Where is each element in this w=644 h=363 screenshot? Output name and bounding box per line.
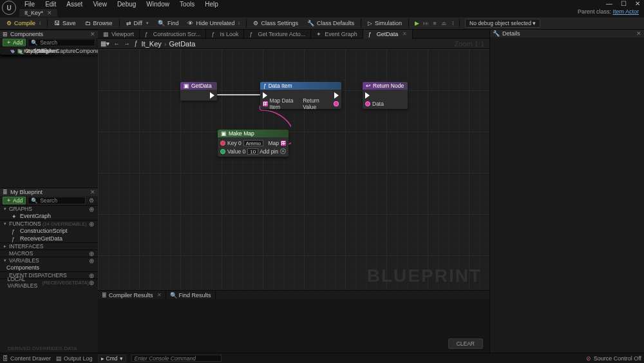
crumb-root[interactable]: It_Key — [142, 40, 162, 48]
tab-find-results[interactable]: 🔍Find Results — [166, 291, 216, 300]
components-search[interactable]: 🔍Search — [28, 39, 95, 46]
add-icon[interactable]: ⊕ — [89, 221, 94, 228]
add-icon[interactable]: ⊕ — [89, 250, 94, 257]
details-header[interactable]: 🔧 Details ✕ — [490, 30, 644, 37]
add-icon[interactable]: ⊕ — [89, 279, 94, 286]
section-local[interactable]: LOCAL VARIABLES (RECEIVEGETDATA)⊕ — [0, 279, 98, 286]
hide-unrelated-button[interactable]: 👁Hide Unrelated⁞ — [184, 18, 243, 29]
data-in-pin[interactable] — [365, 101, 370, 106]
section-graphs[interactable]: ▾GRAPHS⊕ — [0, 205, 98, 212]
compile-button[interactable]: ⚙Compile⁞ — [3, 18, 44, 29]
bp-item-construction[interactable]: ƒConstructionScript — [0, 227, 98, 235]
cmd-select[interactable]: ▸Cmd ▾ — [98, 355, 126, 362]
tab-compiler-results[interactable]: ≣Compiler Results✕ — [98, 291, 166, 300]
doc-tab-close-icon[interactable]: ✕ — [47, 10, 52, 16]
myblueprint-search[interactable]: 🔍Search — [28, 197, 86, 204]
settings-button[interactable]: ⚙ — [88, 197, 95, 204]
save-button[interactable]: 🖫Save — [50, 18, 80, 29]
eject-button[interactable]: ⏏ — [440, 19, 448, 27]
panel-close-icon[interactable]: ✕ — [90, 31, 95, 37]
node-return[interactable]: ↩Return Node Data — [363, 82, 408, 109]
tab-close-icon[interactable]: ✕ — [157, 292, 162, 298]
bp-item-eventgraph[interactable]: ✦EventGraph — [0, 212, 98, 220]
panel-close-icon[interactable]: ✕ — [636, 30, 641, 37]
key-input[interactable]: Ammo — [243, 140, 263, 146]
menu-tools[interactable]: Tools — [175, 0, 200, 8]
play-button[interactable]: ▶ — [413, 19, 421, 27]
add-bp-button[interactable]: ＋Add — [3, 197, 26, 204]
tab-eventgraph[interactable]: ✦Event Graph — [311, 30, 363, 39]
tab-close-icon[interactable]: ✕ — [402, 31, 407, 37]
tab-gettexture[interactable]: ƒGet Texture Acto... — [244, 30, 311, 39]
class-defaults-button[interactable]: 🔧Class Defaults — [303, 18, 358, 29]
key-pin[interactable] — [220, 141, 225, 146]
chevron-down-icon[interactable]: ⁞ — [238, 21, 240, 26]
menu-debug[interactable]: Debug — [112, 0, 141, 8]
node-header[interactable]: ↩Return Node — [363, 82, 408, 90]
tab-getdata[interactable]: ƒGetData✕ — [363, 30, 413, 39]
debug-object-select[interactable]: No debug object selected ▾ — [465, 19, 540, 28]
source-control-button[interactable]: ⊘Source Control Off — [586, 355, 641, 362]
menu-asset[interactable]: Asset — [61, 0, 88, 8]
menu-view[interactable]: View — [88, 0, 112, 8]
find-button[interactable]: 🔍Find — [154, 18, 183, 29]
forward-button[interactable]: → — [124, 40, 130, 47]
value-input[interactable]: 10 — [247, 148, 258, 155]
output-log-button[interactable]: ▤Output Log — [56, 355, 93, 362]
bp-item-receivegetdata[interactable]: ƒReceiveGetData — [0, 235, 98, 242]
myblueprint-header[interactable]: ≣ My Blueprint ✕ — [0, 188, 98, 196]
maximize-icon[interactable]: ☐ — [620, 0, 627, 7]
node-header[interactable]: ▣Make Map — [218, 130, 289, 137]
node-header[interactable]: ▣GetData — [180, 82, 217, 90]
parent-class-link[interactable]: Item Actor — [612, 8, 639, 15]
node-makemap[interactable]: ▣Make Map Key 0Ammo Map Value 010 Add pi… — [218, 130, 289, 157]
menu-file[interactable]: File — [19, 0, 40, 8]
tab-construction[interactable]: ƒConstruction Scr... — [140, 30, 207, 39]
menu-edit[interactable]: Edit — [40, 0, 61, 8]
breadcrumb-path[interactable]: It_Key›GetData — [142, 40, 196, 48]
class-settings-button[interactable]: ⚙Class Settings — [249, 18, 302, 29]
simulation-button[interactable]: ▷Simulation — [364, 18, 406, 29]
menu-window[interactable]: Window — [141, 0, 175, 8]
menu-help[interactable]: Help — [200, 0, 223, 8]
components-header[interactable]: ⊞ Components ✕ — [0, 30, 98, 38]
chevron-down-icon[interactable]: ⁞ — [39, 21, 41, 26]
minimize-icon[interactable]: — — [605, 0, 613, 7]
add-icon[interactable]: ⊕ — [89, 272, 94, 279]
tree-node-scenecapture[interactable]: ▭SceneCaptureComponent2D — [0, 47, 111, 55]
stop-button[interactable]: ■ — [431, 19, 439, 27]
node-header[interactable]: ƒData Item — [260, 82, 341, 90]
browse-button[interactable]: 🗀Browse — [81, 18, 117, 29]
chevron-down-icon[interactable]: ▾ — [146, 21, 149, 26]
play-menu-icon[interactable]: ⁝ — [449, 19, 457, 27]
add-pin-button[interactable]: + — [280, 148, 286, 154]
map-in-pin[interactable] — [263, 101, 268, 106]
tab-islook[interactable]: ƒIs Look — [206, 30, 244, 39]
section-macros[interactable]: MACROS⊕ — [0, 250, 98, 257]
grid-icon[interactable]: ▦▾ — [100, 40, 109, 47]
clear-button[interactable]: CLEAR — [448, 338, 483, 349]
back-button[interactable]: ← — [113, 40, 120, 47]
node-getdata[interactable]: ▣GetData — [180, 82, 217, 101]
data-out-pin[interactable] — [334, 101, 339, 106]
value-pin[interactable] — [220, 149, 225, 154]
close-icon[interactable]: ✕ — [634, 0, 641, 7]
document-tab[interactable]: It_Key* ✕ — [19, 9, 57, 17]
node-dataitem[interactable]: ƒData Item Map Data ItemReturn Value — [260, 82, 341, 109]
add-icon[interactable]: ⊕ — [89, 257, 94, 264]
exec-in-pin[interactable] — [365, 92, 370, 99]
content-drawer-button[interactable]: 🗄Content Drawer — [3, 355, 51, 362]
add-icon[interactable]: ⊕ — [89, 206, 94, 213]
exec-out-pin[interactable] — [210, 92, 214, 99]
bp-item-components-var[interactable]: Components — [0, 264, 98, 271]
tab-viewport[interactable]: ▦Viewport — [98, 30, 140, 39]
section-interfaces[interactable]: ▸INTERFACES — [0, 242, 98, 250]
panel-close-icon[interactable]: ✕ — [90, 189, 95, 195]
add-component-button[interactable]: ＋Add — [3, 39, 26, 46]
map-out-pin[interactable] — [281, 141, 286, 146]
step-button[interactable]: ⏭ — [422, 19, 430, 27]
diff-button[interactable]: ⇄Diff▾ — [122, 18, 153, 29]
section-variables[interactable]: ▾VARIABLES⊕ — [0, 257, 98, 264]
console-input[interactable] — [131, 355, 222, 362]
graph-canvas[interactable]: ▣GetData ƒData Item Map Data ItemReturn … — [98, 49, 489, 290]
